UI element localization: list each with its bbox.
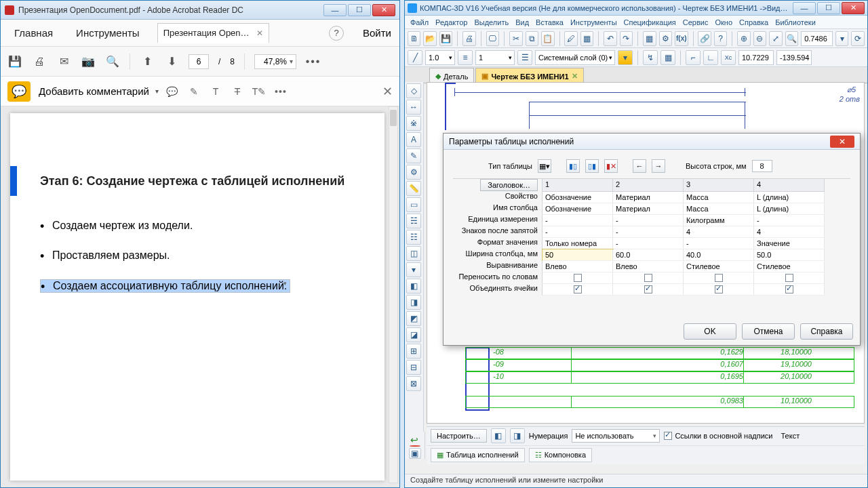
page-up-icon[interactable]: ⬆ [140, 54, 155, 69]
links-checkbox[interactable]: Ссылки в основной надписи [664, 432, 772, 440]
move-right-icon[interactable]: → [652, 159, 665, 173]
param-icon[interactable]: ⚙ [406, 165, 421, 180]
doctab-drawing[interactable]: ▣Чертеж БЕЗ ИМЕНИ1✕ [475, 68, 583, 83]
cell[interactable]: 50.0 [754, 249, 825, 261]
cell[interactable]: - [542, 215, 613, 226]
menu-help[interactable]: Справка [739, 18, 768, 26]
scroll-thumb[interactable] [390, 110, 397, 126]
new-icon[interactable]: 🗎 [408, 31, 420, 46]
cell-checkbox[interactable] [754, 272, 825, 284]
vscrollbar[interactable] [389, 106, 398, 483]
perp-icon[interactable]: ∟ [703, 50, 718, 65]
cell[interactable]: L (длина) [754, 203, 825, 215]
stamp-icon[interactable]: T✎ [252, 85, 266, 98]
menu-view[interactable]: Вид [515, 18, 529, 26]
close-button[interactable]: ✕ [842, 2, 865, 14]
menu-insert[interactable]: Вставка [536, 18, 564, 26]
cell[interactable]: - [754, 215, 825, 226]
save-icon[interactable]: 💾 [439, 31, 452, 46]
help-button[interactable]: Справка [800, 323, 853, 340]
layername-sel[interactable]: Системный слой (0)▾ [535, 50, 615, 65]
cell-checkbox[interactable] [684, 272, 754, 284]
zoomin-icon[interactable]: ⊕ [737, 31, 750, 46]
close-icon[interactable]: ✕ [572, 72, 578, 81]
col-left-icon[interactable]: ◧ [491, 428, 506, 443]
spec-icon[interactable]: ☵ [406, 214, 421, 228]
min-button[interactable]: — [793, 2, 816, 14]
cell-checkbox[interactable] [542, 272, 613, 284]
cell[interactable]: - [542, 226, 613, 238]
brush-icon[interactable]: 🖊 [564, 31, 577, 46]
cancel-button[interactable]: Отмена [742, 323, 795, 340]
prop-tab-table[interactable]: ▦Таблица исполнений [431, 448, 525, 462]
addcol-left-icon[interactable]: ▮▯ [566, 159, 580, 173]
cell[interactable]: 60.0 [613, 249, 684, 261]
cell-checkbox[interactable] [542, 284, 613, 296]
cell-width-editing[interactable]: 50 [542, 249, 613, 261]
cell-checkbox[interactable] [754, 284, 825, 296]
undo-icon[interactable]: ↶ [604, 31, 616, 46]
cell[interactable]: - [613, 238, 684, 249]
layermgr-icon[interactable]: ☰ [517, 50, 532, 65]
cell[interactable]: Влево [613, 261, 684, 272]
t15-icon[interactable]: ◩ [406, 311, 421, 326]
props-icon[interactable]: ▦ [580, 31, 593, 46]
close-panel-icon[interactable]: ✕ [382, 84, 393, 99]
menu-libs[interactable]: Библиотеки [775, 18, 816, 26]
save-icon[interactable]: 💾 [7, 54, 22, 69]
text-icon[interactable]: A [406, 132, 421, 147]
add-comment-button[interactable]: Добавить комментарий [39, 85, 157, 97]
signin-link[interactable]: Войти [363, 27, 391, 39]
redo-icon[interactable]: ↷ [620, 31, 633, 46]
t19-icon[interactable]: ⊠ [406, 376, 421, 391]
cell[interactable]: Влево [542, 261, 613, 272]
grid-icon[interactable]: ▦ [643, 31, 656, 46]
close-button[interactable]: ✕ [372, 4, 395, 16]
menu-tools[interactable]: Инструменты [570, 18, 617, 26]
text-icon[interactable]: T [209, 85, 222, 98]
extra-icon[interactable]: ▣ [409, 448, 421, 459]
geom-icon[interactable]: ◇ [406, 83, 421, 98]
grid2-icon[interactable]: ▦ [660, 50, 675, 65]
print-icon[interactable]: 🖨 [32, 54, 47, 69]
coordx-input[interactable]: 10.7229 [738, 50, 774, 65]
edit-icon[interactable]: ✎ [406, 148, 421, 163]
cell[interactable]: Килограмм [684, 215, 754, 226]
reports-icon[interactable]: ☷ [406, 230, 421, 245]
cell[interactable]: Обозначение [542, 192, 613, 203]
cell[interactable]: Масса [684, 203, 754, 215]
pencil-icon[interactable]: ✎ [187, 85, 201, 98]
table-type-select[interactable]: ▦▾ [538, 159, 551, 173]
scale-input[interactable]: 0.7486 [801, 31, 833, 46]
cell[interactable]: L (длина) [754, 192, 825, 203]
cell[interactable]: - [684, 238, 754, 249]
strike-icon[interactable]: T [231, 85, 244, 98]
search-icon[interactable]: 🔍 [105, 54, 120, 69]
more-icon[interactable]: ▾ [406, 262, 421, 277]
mail-icon[interactable]: ✉ [56, 54, 71, 69]
t16-icon[interactable]: ◪ [406, 327, 421, 342]
zoomall-icon[interactable]: 🔍 [785, 31, 798, 46]
cell-checkbox[interactable] [613, 284, 684, 296]
tab-home[interactable]: Главная [9, 23, 58, 43]
prop-tab-layout[interactable]: ☷Компоновка [529, 448, 592, 462]
cell[interactable]: Материал [613, 203, 684, 215]
cell-checkbox[interactable] [684, 284, 754, 296]
header-button[interactable]: Заголовок… [480, 179, 538, 191]
col-header[interactable]: 3 [684, 179, 754, 192]
close-icon[interactable]: ✕ [256, 28, 263, 38]
preview-icon[interactable]: 🖵 [486, 31, 499, 46]
select-icon[interactable]: ▭ [406, 197, 421, 212]
cell-checkbox[interactable] [613, 272, 684, 284]
addcol-right-icon[interactable]: ▯▮ [585, 159, 599, 173]
cell[interactable]: Значение [754, 238, 825, 249]
cell[interactable]: 40.0 [684, 249, 754, 261]
stop-icon[interactable] [410, 445, 420, 447]
ok-button[interactable]: OK [684, 323, 736, 340]
zoom-select[interactable]: 47,8% [254, 54, 296, 69]
cell[interactable]: Обозначение [542, 203, 613, 215]
cell[interactable]: Только номера исп… [542, 238, 613, 249]
ortho-icon[interactable]: ⌐ [686, 50, 701, 65]
t17-icon[interactable]: ⊞ [406, 344, 421, 359]
menu-spec[interactable]: Спецификация [624, 18, 676, 26]
